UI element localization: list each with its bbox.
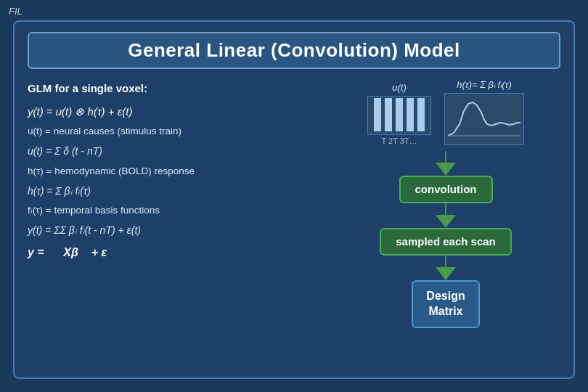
arrow-down-3 [436,267,456,280]
stim-bar-2 [385,98,392,131]
stimulus-box: u(t) T 2T 3T… [367,82,431,145]
stim-bar-4 [407,98,414,131]
hrf-chart [444,93,524,145]
sampled-box: sampled each scan [380,228,512,256]
hrf-svg [448,97,520,139]
arrow-connector-2 [445,203,446,215]
sampled-label: sampled each scan [396,235,496,248]
hrf-box: h(τ)= Σ βᵢ fᵢ(τ) [444,79,524,145]
main-container: General Linear (Convolution) Model GLM f… [13,20,575,379]
bottom-eq-left: y = [28,246,44,258]
arrow-connector-3 [445,256,446,267]
stimulus-label: u(t) [392,82,407,93]
bottom-eq-right: + ε [91,246,107,258]
stim-bar-1 [374,98,381,131]
equation-2: u(t) = Σ δ (t - nT) [28,143,318,160]
design-matrix-label-line2: Matrix [426,304,465,319]
title-box: General Linear (Convolution) Model [28,32,560,69]
label-1: u(t) = neural causes (stimulus train) [28,123,318,140]
content-area: GLM for a single voxel: y(t) = u(t) ⊗ h(… [28,79,560,328]
page-title: General Linear (Convolution) Model [128,39,460,61]
arrow-down-1 [436,163,456,176]
top-right-visuals: u(t) T 2T 3T… h(τ)= Σ βᵢ fᵢ(τ) [331,79,560,145]
stim-bar-5 [417,98,425,131]
design-matrix-label-line1: Design [426,289,465,304]
left-panel: GLM for a single voxel: y(t) = u(t) ⊗ h(… [28,79,318,328]
label-2: h(τ) = hemodynamic (BOLD) response [28,163,318,180]
design-matrix-box: Design Matrix [412,280,479,328]
arrow-down-2 [436,215,456,228]
label-3: fᵢ(τ) = temporal basis functions [28,203,318,219]
hrf-label: h(τ)= Σ βᵢ fᵢ(τ) [457,79,512,90]
arrow-connector-1 [445,151,446,163]
equation-4: y(t) = ΣΣ βᵢ fᵢ(t - nT) + ε(t) [28,222,318,240]
stimulus-bars [367,96,431,135]
equation-1: y(t) = u(t) ⊗ h(τ) + ε(t) [28,102,318,121]
right-panel: u(t) T 2T 3T… h(τ)= Σ βᵢ fᵢ(τ) [331,79,560,328]
stim-bar-3 [396,98,403,131]
convolution-section: convolution sampled each scan Design Mat… [331,151,560,328]
bottom-eq-mid: Xβ [63,246,78,258]
stim-time-label: T 2T 3T… [381,136,417,145]
equation-3: h(τ) = Σ βᵢ fᵢ(τ) [28,183,318,200]
glm-header: GLM for a single voxel: [28,79,318,98]
convolution-box: convolution [399,176,493,203]
convolution-label: convolution [415,183,477,195]
fil-label: FIL [9,6,23,17]
bottom-equation: y = Xβ + ε [28,242,318,262]
